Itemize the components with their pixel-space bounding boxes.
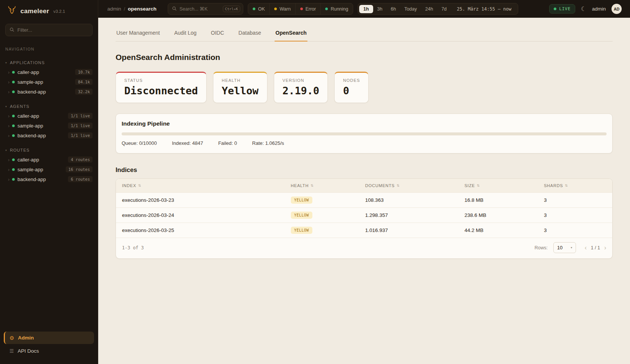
stat-cards-row: STATUS Disconnected HEALTH Yellow VERSIO… bbox=[116, 72, 613, 103]
stat-value: Yellow bbox=[222, 85, 259, 97]
stat-label: STATUS bbox=[124, 78, 198, 83]
tab-audit-log[interactable]: Audit Log bbox=[173, 27, 197, 41]
sidebar-filter[interactable] bbox=[5, 24, 93, 36]
sidebar-item-agents-caller-app[interactable]: › caller-app 1/1 live bbox=[0, 111, 98, 121]
column-header-shards[interactable]: SHARDS ⇅ bbox=[538, 183, 612, 188]
cell-size: 16.8 MB bbox=[459, 197, 538, 203]
filter-pill-running[interactable]: Running bbox=[320, 3, 353, 14]
filter-pill-label: Running bbox=[330, 6, 348, 12]
stat-card-nodes: NODES 0 bbox=[334, 72, 369, 103]
sidebar-item-applications-sample-app[interactable]: › sample-app 84.1k bbox=[0, 77, 98, 87]
table-row[interactable]: executions-2026-03-25 YELLOW 1.016.937 4… bbox=[116, 223, 612, 238]
cell-health: YELLOW bbox=[285, 227, 359, 234]
filter-pill-warn[interactable]: Warn bbox=[269, 3, 295, 14]
cell-size: 238.6 MB bbox=[459, 212, 538, 218]
time-range-today[interactable]: Today bbox=[400, 5, 421, 13]
rows-per-page-select[interactable]: 10 ▾ bbox=[553, 242, 576, 253]
sidebar-item-label: caller-app bbox=[17, 113, 39, 119]
cameleer-logo-icon bbox=[7, 5, 17, 17]
sort-icon: ⇅ bbox=[138, 184, 141, 187]
chevron-right-icon: › bbox=[8, 167, 9, 172]
pipeline-title: Indexing Pipeline bbox=[122, 120, 607, 127]
global-search[interactable]: Ctrl+K bbox=[168, 3, 243, 15]
sidebar-item-label: backend-app bbox=[17, 133, 46, 138]
stat-card-version: VERSION 2.19.0 bbox=[274, 72, 328, 103]
column-header-index[interactable]: INDEX ⇅ bbox=[116, 183, 285, 188]
table-row[interactable]: executions-2026-03-23 YELLOW 108.363 16.… bbox=[116, 192, 612, 207]
filter-input[interactable] bbox=[17, 27, 88, 33]
chevron-right-icon: › bbox=[8, 157, 9, 162]
chevron-right-icon: › bbox=[8, 89, 9, 94]
tab-database[interactable]: Database bbox=[238, 27, 262, 41]
sidebar-section-agents[interactable]: ▾ AGENTS bbox=[0, 102, 98, 111]
filter-pill-label: Error bbox=[306, 6, 316, 12]
sidebar-item-applications-caller-app[interactable]: › caller-app 10.7k bbox=[0, 67, 98, 77]
dark-mode-toggle-moon-icon[interactable]: ☾ bbox=[581, 6, 586, 12]
status-dot bbox=[12, 91, 15, 93]
status-dot bbox=[12, 168, 15, 171]
stat-value: Disconnected bbox=[124, 85, 198, 97]
time-range-6h[interactable]: 6h bbox=[387, 5, 400, 13]
cell-size: 44.2 MB bbox=[459, 227, 538, 233]
cell-health: YELLOW bbox=[285, 212, 359, 219]
live-toggle[interactable]: LIVE bbox=[549, 4, 575, 14]
tab-oidc[interactable]: OIDC bbox=[210, 27, 225, 41]
sidebar-item-label: backend-app bbox=[17, 177, 46, 182]
stat-label: NODES bbox=[343, 78, 360, 83]
search-icon bbox=[9, 27, 14, 34]
sidebar-section-applications[interactable]: ▾ APPLICATIONS bbox=[0, 58, 98, 67]
app-root: cameleer v3.2.1 NAVIGATION ▾ APPLICATION… bbox=[0, 0, 630, 364]
table-footer: 1-3 of 3 Rows: 10 ▾ ‹ 1 / 1 › bbox=[116, 238, 612, 258]
breadcrumb-parent[interactable]: admin bbox=[107, 6, 121, 12]
column-header-size[interactable]: SIZE ⇅ bbox=[459, 183, 538, 188]
time-range-7d[interactable]: 7d bbox=[437, 5, 451, 13]
stat-card-status: STATUS Disconnected bbox=[116, 72, 207, 103]
current-user-label: admin bbox=[592, 6, 606, 12]
table-row[interactable]: executions-2026-03-24 YELLOW 1.298.357 2… bbox=[116, 207, 612, 223]
tab-user-management[interactable]: User Management bbox=[116, 27, 161, 41]
chevron-down-icon: ▾ bbox=[571, 246, 572, 249]
tab-opensearch[interactable]: OpenSearch bbox=[275, 27, 307, 41]
warn-dot-icon bbox=[274, 8, 277, 10]
sidebar-item-badge: 1/1 live bbox=[68, 113, 93, 119]
column-header-health[interactable]: HEALTH ⇅ bbox=[285, 183, 359, 188]
chevron-right-icon: › bbox=[8, 133, 9, 138]
sidebar-item-routes-caller-app[interactable]: › caller-app 4 routes bbox=[0, 155, 98, 164]
status-dot bbox=[12, 158, 15, 161]
sidebar-item-admin[interactable]: ⚙ Admin bbox=[4, 332, 94, 344]
filter-pill-ok[interactable]: OK bbox=[248, 3, 269, 14]
sidebar-item-label: backend-app bbox=[17, 89, 46, 95]
page-title: OpenSearch Administration bbox=[116, 53, 613, 62]
sidebar-item-badge: 1/1 live bbox=[68, 123, 93, 129]
chevron-right-icon: › bbox=[8, 123, 9, 128]
time-range-3h[interactable]: 3h bbox=[373, 5, 387, 13]
sidebar-item-routes-sample-app[interactable]: › sample-app 16 routes bbox=[0, 164, 98, 174]
time-range-24h[interactable]: 24h bbox=[421, 5, 437, 13]
avatar[interactable]: AD bbox=[611, 4, 622, 14]
filter-pill-error[interactable]: Error bbox=[295, 3, 321, 14]
filter-pill-label: Warn bbox=[279, 6, 290, 12]
status-dot bbox=[12, 124, 15, 127]
stat-label: VERSION bbox=[283, 78, 320, 83]
indexing-pipeline-card: Indexing Pipeline Queue: 0/10000 Indexed… bbox=[116, 114, 613, 154]
time-range-1h[interactable]: 1h bbox=[359, 5, 373, 13]
previous-page-button[interactable]: ‹ bbox=[585, 245, 587, 251]
next-page-button[interactable]: › bbox=[604, 245, 606, 251]
sidebar-item-api-docs[interactable]: ☰ API Docs bbox=[4, 344, 94, 358]
sidebar-item-routes-backend-app[interactable]: › backend-app 6 routes bbox=[0, 174, 98, 184]
column-header-documents[interactable]: DOCUMENTS ⇅ bbox=[359, 183, 459, 188]
sidebar-section-routes[interactable]: ▾ ROUTES bbox=[0, 146, 98, 155]
sidebar-item-agents-backend-app[interactable]: › backend-app 1/1 live bbox=[0, 131, 98, 140]
sidebar-item-agents-sample-app[interactable]: › sample-app 1/1 live bbox=[0, 121, 98, 131]
logo: cameleer v3.2.1 bbox=[0, 5, 98, 17]
error-dot-icon bbox=[300, 8, 303, 10]
sort-icon: ⇅ bbox=[565, 184, 568, 187]
cell-documents: 1.298.357 bbox=[359, 212, 459, 218]
breadcrumb: admin / opensearch bbox=[107, 6, 156, 12]
search-input[interactable] bbox=[179, 6, 220, 12]
sidebar-item-label: caller-app bbox=[17, 69, 39, 75]
sidebar-item-applications-backend-app[interactable]: › backend-app 32.2k bbox=[0, 87, 98, 97]
caret-down-icon: ▾ bbox=[5, 149, 7, 152]
date-range-display[interactable]: 25. März 14:55 — now bbox=[451, 6, 517, 12]
status-dot bbox=[12, 178, 15, 181]
